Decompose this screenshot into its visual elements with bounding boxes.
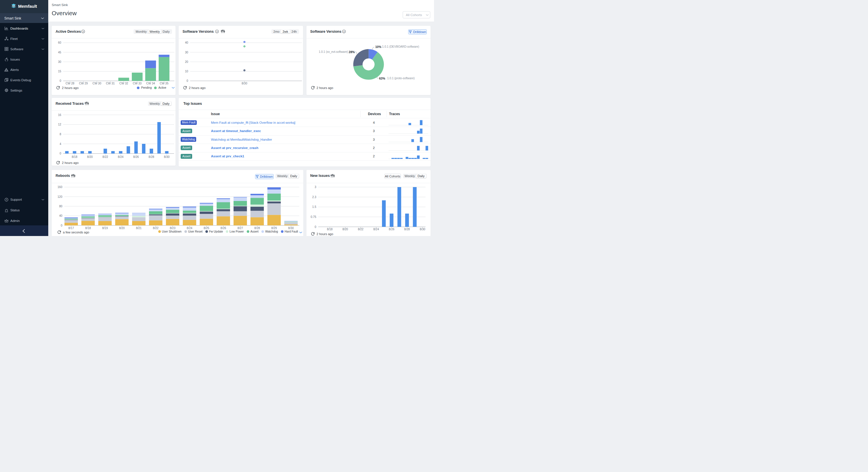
svg-text:8/30: 8/30 xyxy=(242,82,247,85)
svg-text:8/18: 8/18 xyxy=(327,228,333,231)
svg-text:0.75: 0.75 xyxy=(310,215,316,219)
svg-text:120: 120 xyxy=(57,195,62,198)
svg-text:8/24: 8/24 xyxy=(373,228,379,231)
svg-text:8/20: 8/20 xyxy=(119,226,125,230)
svg-text:8/26: 8/26 xyxy=(133,155,139,158)
svg-text:8/19: 8/19 xyxy=(102,226,108,230)
svg-text:8/30: 8/30 xyxy=(164,155,170,158)
svg-text:40: 40 xyxy=(185,41,188,44)
svg-text:40: 40 xyxy=(59,214,63,217)
svg-text:2.3: 2.3 xyxy=(312,195,316,199)
svg-text:0: 0 xyxy=(186,79,188,83)
svg-text:8/18: 8/18 xyxy=(85,226,91,230)
svg-text:8/30: 8/30 xyxy=(420,228,425,231)
svg-text:4: 4 xyxy=(59,143,61,146)
svg-text:160: 160 xyxy=(57,186,62,189)
svg-text:?: ? xyxy=(6,198,7,201)
svg-text:8/20: 8/20 xyxy=(342,228,348,231)
svg-text:12: 12 xyxy=(58,123,61,126)
svg-text:8/28: 8/28 xyxy=(149,155,154,158)
svg-text:3: 3 xyxy=(314,186,316,189)
svg-text:8/30: 8/30 xyxy=(288,226,294,230)
svg-text:20: 20 xyxy=(185,60,188,63)
svg-text:8/26: 8/26 xyxy=(389,228,394,231)
svg-text:8/24: 8/24 xyxy=(118,155,124,158)
svg-text:8/17: 8/17 xyxy=(68,226,74,230)
svg-text:8/29: 8/29 xyxy=(271,226,277,230)
svg-text:1.5: 1.5 xyxy=(312,205,316,209)
svg-text:8/18: 8/18 xyxy=(72,155,78,158)
svg-text:8/22: 8/22 xyxy=(153,226,159,230)
svg-text:0: 0 xyxy=(61,224,62,227)
svg-text:8/26: 8/26 xyxy=(221,226,226,230)
svg-text:8/25: 8/25 xyxy=(204,226,209,230)
svg-text:8/22: 8/22 xyxy=(358,228,363,231)
svg-text:80: 80 xyxy=(59,205,63,208)
svg-text:8/28: 8/28 xyxy=(404,228,410,231)
svg-text:8/24: 8/24 xyxy=(187,226,192,230)
svg-text:8/28: 8/28 xyxy=(254,226,260,230)
svg-text:0: 0 xyxy=(314,225,316,228)
svg-text:8/20: 8/20 xyxy=(87,155,93,158)
svg-text:8/22: 8/22 xyxy=(102,155,108,158)
svg-text:8/23: 8/23 xyxy=(170,226,176,230)
svg-text:8/27: 8/27 xyxy=(238,226,243,230)
svg-text:8/21: 8/21 xyxy=(136,226,142,230)
svg-text:0: 0 xyxy=(59,152,61,155)
svg-text:16: 16 xyxy=(58,114,61,117)
svg-text:8: 8 xyxy=(59,133,61,136)
svg-text:30: 30 xyxy=(185,51,188,54)
svg-text:10: 10 xyxy=(185,70,188,73)
